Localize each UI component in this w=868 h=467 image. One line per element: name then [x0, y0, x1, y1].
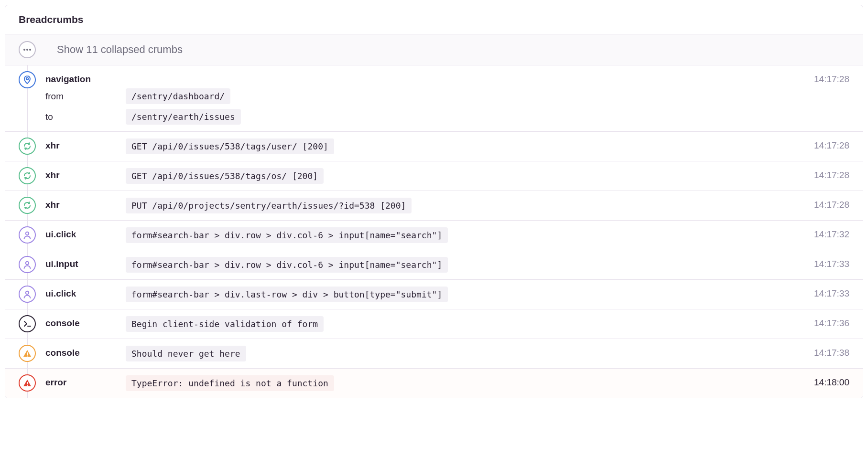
svg-point-0	[23, 49, 25, 51]
crumb-content: form#search-bar > div.row > div.col-6 > …	[126, 256, 797, 274]
crumb-category: navigation	[45, 71, 126, 85]
crumb-time: 14:17:38	[797, 345, 849, 358]
crumb-time: 14:17:36	[797, 315, 849, 329]
crumb-message: form#search-bar > div.row > div.col-6 > …	[126, 227, 448, 243]
crumb-content: form#search-bar > div.row > div.col-6 > …	[126, 226, 797, 244]
user-icon	[19, 286, 36, 303]
refresh-icon	[19, 197, 36, 214]
crumb-category: error	[45, 374, 126, 388]
panel-header: Breadcrumbs	[5, 5, 863, 34]
ellipsis-icon[interactable]	[19, 41, 36, 58]
icon-column	[19, 345, 45, 362]
crumb-list: navigationfrom/sentry/dashboard/to/sentr…	[5, 65, 863, 398]
crumb-content: Should never get here	[126, 345, 797, 362]
icon-column	[19, 41, 45, 58]
user-icon	[19, 256, 36, 273]
crumb-row[interactable]: errorTypeError: undefined is not a funct…	[5, 369, 863, 398]
code-pill: /sentry/dashboard/	[126, 88, 230, 104]
crumb-time: 14:18:00	[797, 374, 849, 388]
crumb-category: xhr	[45, 197, 126, 210]
kv-key: from	[45, 91, 126, 102]
crumb-time: 14:17:28	[797, 167, 849, 180]
crumb-message: PUT /api/0/projects/sentry/earth/issues/…	[126, 198, 412, 213]
terminal-icon	[19, 315, 36, 332]
icon-column	[19, 197, 45, 214]
code-pill: /sentry/earth/issues	[126, 109, 241, 125]
icon-column	[19, 138, 45, 155]
crumb-message: GET /api/0/issues/538/tags/os/ [200]	[126, 168, 324, 184]
crumb-category: console	[45, 345, 126, 358]
crumb-message: Begin client-side validation of form	[126, 316, 324, 332]
crumb-category: ui.input	[45, 256, 126, 269]
icon-column	[19, 286, 45, 303]
panel-title: Breadcrumbs	[19, 14, 83, 25]
crumb-time: 14:17:33	[797, 256, 849, 269]
refresh-icon	[19, 167, 36, 184]
warning-icon	[19, 374, 36, 392]
crumb-content: PUT /api/0/projects/sentry/earth/issues/…	[126, 197, 797, 214]
collapsed-label[interactable]: Show 11 collapsed crumbs	[57, 43, 183, 56]
crumb-row[interactable]: navigationfrom/sentry/dashboard/to/sentr…	[5, 65, 863, 132]
crumb-row[interactable]: xhrGET /api/0/issues/538/tags/user/ [200…	[5, 132, 863, 161]
crumb-message: TypeError: undefined is not a function	[126, 375, 334, 391]
svg-point-2	[29, 49, 31, 51]
icon-column	[19, 256, 45, 273]
crumb-message: form#search-bar > div.last-row > div > b…	[126, 287, 448, 302]
svg-point-1	[26, 49, 28, 51]
crumb-row[interactable]: consoleShould never get here14:17:38	[5, 339, 863, 369]
icon-column	[19, 374, 45, 392]
crumb-category: console	[45, 315, 126, 329]
crumb-category: xhr	[45, 167, 126, 180]
crumb-content: GET /api/0/issues/538/tags/user/ [200]	[126, 138, 797, 155]
crumb-row[interactable]: consoleBegin client-side validation of f…	[5, 309, 863, 339]
crumb-row[interactable]: ui.clickform#search-bar > div.row > div.…	[5, 221, 863, 250]
kv-row: to/sentry/earth/issues	[45, 108, 797, 126]
refresh-icon	[19, 138, 36, 155]
breadcrumbs-panel: Breadcrumbs Show 11 collapsed crumbs nav…	[5, 5, 863, 398]
user-icon	[19, 226, 36, 244]
kv-value: /sentry/dashboard/	[126, 87, 230, 105]
crumb-content: TypeError: undefined is not a function	[126, 374, 797, 392]
crumb-time: 14:17:28	[797, 197, 849, 210]
crumb-time: 14:17:33	[797, 286, 849, 299]
crumb-row[interactable]: ui.clickform#search-bar > div.last-row >…	[5, 280, 863, 309]
crumb-row[interactable]: xhrGET /api/0/issues/538/tags/os/ [200]1…	[5, 161, 863, 191]
crumb-time: 14:17:28	[797, 71, 849, 85]
location-icon	[19, 71, 36, 88]
icon-column	[19, 226, 45, 244]
nav-body: navigationfrom/sentry/dashboard/to/sentr…	[45, 71, 797, 126]
icon-column	[19, 315, 45, 332]
crumb-row[interactable]: ui.inputform#search-bar > div.row > div.…	[5, 250, 863, 280]
crumb-message: form#search-bar > div.row > div.col-6 > …	[126, 257, 448, 273]
icon-column	[19, 71, 45, 88]
crumb-message: GET /api/0/issues/538/tags/user/ [200]	[126, 138, 334, 154]
crumb-time: 14:17:32	[797, 226, 849, 240]
crumb-message: Should never get here	[126, 346, 246, 361]
crumb-content: GET /api/0/issues/538/tags/os/ [200]	[126, 167, 797, 185]
kv-row: from/sentry/dashboard/	[45, 87, 797, 105]
crumb-row[interactable]: xhrPUT /api/0/projects/sentry/earth/issu…	[5, 191, 863, 221]
icon-column	[19, 167, 45, 184]
crumb-content: Begin client-side validation of form	[126, 315, 797, 333]
kv-value: /sentry/earth/issues	[126, 108, 241, 126]
warning-icon	[19, 345, 36, 362]
collapsed-crumbs-row[interactable]: Show 11 collapsed crumbs	[5, 34, 863, 65]
crumb-category: ui.click	[45, 286, 126, 299]
crumb-time: 14:17:28	[797, 138, 849, 151]
crumb-content: form#search-bar > div.last-row > div > b…	[126, 286, 797, 303]
crumb-category: xhr	[45, 138, 126, 151]
kv-key: to	[45, 112, 126, 122]
crumb-category: ui.click	[45, 226, 126, 240]
